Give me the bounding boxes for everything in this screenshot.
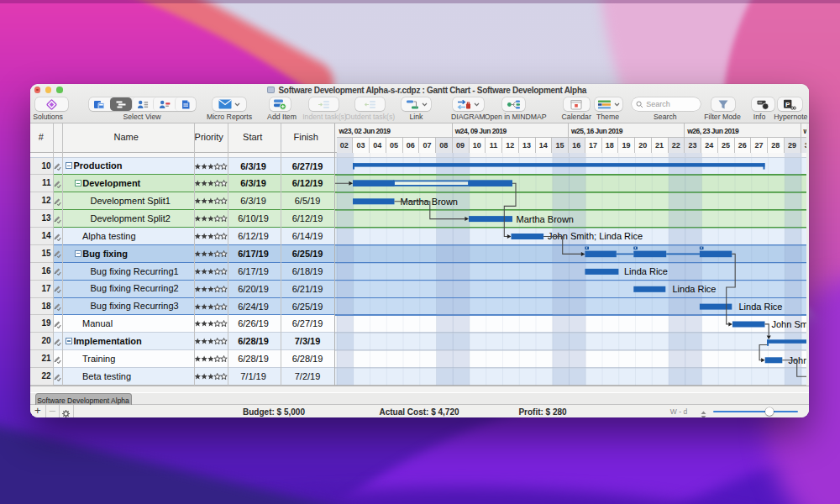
svg-text:Linda Rice: Linda Rice: [624, 266, 668, 276]
svg-text:Linda Rice: Linda Rice: [738, 302, 782, 312]
svg-text:P: P: [785, 100, 790, 108]
svg-text:Linda Rice: Linda Rice: [672, 284, 716, 294]
svg-text:John Smith; Linda Rice: John Smith; Linda Rice: [771, 319, 806, 329]
svg-text:Martha Brown: Martha Brown: [516, 214, 573, 224]
